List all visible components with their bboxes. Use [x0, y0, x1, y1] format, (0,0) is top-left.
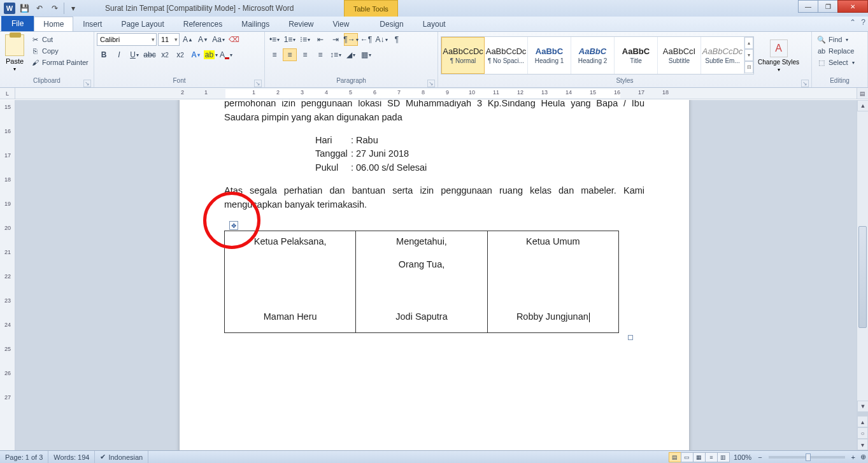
zoom-fit-button[interactable]: ⊕ [858, 453, 868, 461]
numbering-button[interactable]: 1≡ [283, 33, 297, 46]
cut-button[interactable]: ✂Cut [28, 34, 91, 45]
tab-references[interactable]: References [174, 17, 232, 31]
maximize-button[interactable]: ❐ [818, 0, 838, 13]
style-subtitle[interactable]: AaBbCcISubtitle [658, 37, 701, 74]
justify-button[interactable]: ≡ [313, 48, 327, 61]
qat-save[interactable]: 💾 [18, 2, 31, 15]
view-outline[interactable]: ≡ [705, 452, 718, 462]
clipboard-launcher[interactable]: ↘ [83, 80, 91, 87]
tab-mailings[interactable]: Mailings [232, 17, 279, 31]
view-draft[interactable]: ▥ [717, 452, 730, 462]
document-scroll-area[interactable]: permohonan izin penggunaan lokasi SD Muh… [15, 100, 857, 450]
paragraph-launcher[interactable]: ↘ [427, 80, 435, 87]
tab-insert[interactable]: Insert [73, 17, 111, 31]
italic-button[interactable]: I [112, 48, 126, 61]
signature-table[interactable]: Ketua Pelaksana, Maman Heru Mengetahui, … [224, 231, 619, 333]
qat-undo[interactable]: ↶ [33, 2, 46, 15]
style-heading-2[interactable]: AaBbCHeading 2 [571, 37, 615, 74]
status-words[interactable]: Words: 194 [48, 451, 95, 463]
rtl-direction-button[interactable]: ←¶ [359, 33, 373, 46]
tab-page-layout[interactable]: Page Layout [111, 17, 173, 31]
previous-page-button[interactable]: ▴ [857, 416, 868, 427]
styles-launcher[interactable]: ↘ [801, 80, 809, 87]
qat-redo[interactable]: ↷ [48, 2, 61, 15]
scroll-thumb[interactable] [858, 226, 867, 328]
style-subtle-em[interactable]: AaBbCcDcSubtle Em... [701, 37, 744, 74]
ruler-corner[interactable]: L [0, 88, 15, 99]
tab-home[interactable]: Home [34, 17, 73, 31]
copy-button[interactable]: ⎘Copy [28, 46, 91, 56]
zoom-level[interactable]: 100% [730, 453, 755, 461]
align-right-button[interactable]: ≡ [298, 48, 312, 61]
tab-file[interactable]: File [1, 16, 34, 31]
next-page-button[interactable]: ▾ [857, 439, 868, 450]
underline-button[interactable]: U [127, 48, 141, 61]
paste-button[interactable]: Paste ▾ [3, 33, 27, 72]
minimize-button[interactable]: — [798, 0, 818, 13]
scroll-down-icon[interactable]: ▼ [857, 401, 868, 412]
table-cell[interactable]: Mengetahui, Orang Tua, Jodi Saputra [356, 231, 487, 333]
text-effects-button[interactable]: A [189, 48, 203, 61]
find-button[interactable]: 🔍Find▾ [815, 34, 857, 45]
status-page[interactable]: Page: 1 of 3 [0, 451, 48, 463]
highlight-button[interactable]: ab [204, 48, 218, 61]
qat-customize[interactable]: ▾ [67, 2, 80, 15]
format-painter-button[interactable]: 🖌Format Painter [28, 57, 91, 68]
clear-formatting-button[interactable]: ⌫ [227, 33, 241, 46]
bold-button[interactable]: B [97, 48, 111, 61]
shading-button[interactable]: ◢ [344, 48, 358, 61]
tab-view[interactable]: View [324, 17, 359, 31]
font-size-combo[interactable]: 11 [158, 33, 180, 46]
font-name-combo[interactable]: Calibri [97, 33, 157, 46]
scroll-up-icon[interactable]: ▲ [857, 100, 868, 111]
subscript-button[interactable]: x2 [158, 48, 172, 61]
bullets-button[interactable]: •≡ [267, 33, 281, 46]
style-normal[interactable]: AaBbCcDc¶ Normal [441, 37, 485, 74]
paragraph[interactable]: Atas segala perhatian dan bantuan serta … [224, 184, 644, 212]
style-no-spacing[interactable]: AaBbCcDc¶ No Spaci... [485, 37, 528, 74]
show-marks-button[interactable]: ¶ [390, 33, 404, 46]
superscript-button[interactable]: x2 [173, 48, 187, 61]
line-spacing-button[interactable]: ↕≡ [329, 48, 343, 61]
style-title[interactable]: AaBbCTitle [615, 37, 658, 74]
decrease-indent-button[interactable]: ⇤ [313, 33, 327, 46]
horizontal-ruler[interactable]: 2 1 1 2 3 4 5 6 7 8 9 10 11 12 13 14 15 … [15, 88, 857, 99]
vertical-scrollbar[interactable]: ▲ ▼ ▴ ○ ▾ [857, 100, 868, 450]
table-cell[interactable]: Ketua Umum Robby Jungjunan [487, 231, 618, 333]
zoom-out-button[interactable]: − [755, 453, 764, 461]
sort-button[interactable]: A↓ [374, 33, 388, 46]
multilevel-button[interactable]: ⁝≡ [298, 33, 312, 46]
grow-font-button[interactable]: A▲ [181, 33, 195, 46]
tab-design[interactable]: Design [370, 17, 413, 31]
table-cell[interactable]: Ketua Pelaksana, Maman Heru [225, 231, 356, 333]
borders-button[interactable]: ▦ [359, 48, 373, 61]
tab-review[interactable]: Review [279, 17, 323, 31]
table-resize-handle[interactable] [628, 335, 633, 340]
ltr-direction-button[interactable]: ¶→ [344, 33, 358, 46]
view-web-layout[interactable]: ▦ [693, 452, 706, 462]
strikethrough-button[interactable]: abc [143, 48, 157, 61]
status-language[interactable]: ✔Indonesian [95, 451, 148, 463]
browse-object-button[interactable]: ○ [857, 427, 868, 439]
scroll-track[interactable] [857, 111, 868, 401]
vertical-ruler[interactable]: 15 16 17 18 19 20 21 22 23 24 25 26 27 [0, 100, 15, 450]
schedule-block[interactable]: Hari: Rabu Tanggal: 27 Juni 2018 Pukul: … [315, 134, 644, 175]
change-case-button[interactable]: Aa [211, 33, 225, 46]
zoom-slider-knob[interactable] [806, 453, 811, 461]
zoom-slider[interactable] [769, 456, 845, 459]
replace-button[interactable]: abReplace [815, 46, 857, 56]
tab-layout[interactable]: Layout [413, 17, 455, 31]
style-heading-1[interactable]: AaBbCHeading 1 [528, 37, 571, 74]
zoom-in-button[interactable]: + [849, 453, 858, 461]
ruler-toggle[interactable]: ▤ [857, 88, 868, 99]
minimize-ribbon-icon[interactable]: ⌃ [850, 18, 856, 27]
align-left-button[interactable]: ≡ [267, 48, 281, 61]
increase-indent-button[interactable]: ⇥ [329, 33, 343, 46]
change-styles-button[interactable]: A Change Styles ▾ [758, 38, 799, 73]
help-icon[interactable]: ? [861, 18, 865, 27]
font-color-button[interactable]: A [219, 48, 233, 61]
font-launcher[interactable]: ↘ [254, 80, 262, 87]
view-print-layout[interactable]: ▤ [669, 452, 681, 462]
close-button[interactable]: ✕ [837, 0, 868, 13]
align-center-button[interactable]: ≡ [283, 48, 297, 61]
